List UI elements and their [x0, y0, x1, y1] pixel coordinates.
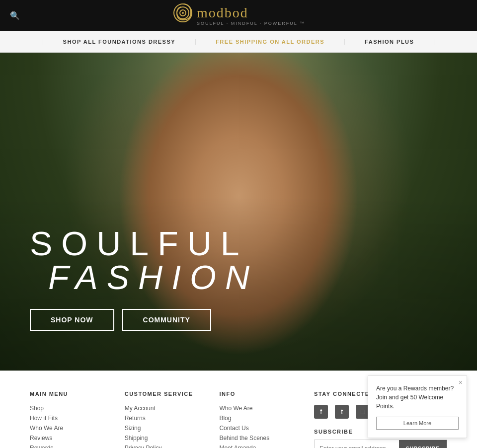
- subscribe-form: SUBSCRIBE: [314, 440, 447, 448]
- footer-customer-service-title: CUSTOMER SERVICE: [125, 391, 220, 397]
- footer-info: INFO Who We Are Blog Contact Us Behind t…: [219, 391, 314, 448]
- footer-link-reviews[interactable]: Reviews: [30, 435, 125, 442]
- footer-link-who-we-are-info[interactable]: Who We Are: [219, 405, 314, 412]
- footer-link-shop[interactable]: Shop: [30, 405, 125, 412]
- hero-title-part2: FASHION: [48, 258, 258, 296]
- subscribe-email-input[interactable]: [315, 440, 399, 448]
- footer-link-how-it-fits[interactable]: How it Fits: [30, 415, 125, 422]
- footer-main-menu: MAIN MENU Shop How it Fits Who We Are Re…: [30, 391, 125, 448]
- rewards-text: Are you a Rewards member? Join and get 5…: [376, 384, 459, 411]
- logo-brand-text: modbod: [197, 5, 305, 21]
- nav-item-fashion-plus[interactable]: FASHION PLUS: [345, 39, 434, 45]
- community-button[interactable]: Community: [122, 309, 211, 331]
- nav-item-foundations[interactable]: SHOP ALL FOUNDATIONS DRESSY: [43, 39, 196, 45]
- shop-now-button[interactable]: Shop Now: [30, 309, 114, 331]
- learn-more-button[interactable]: Learn More: [376, 417, 459, 430]
- search-icon[interactable]: 🔍: [10, 11, 20, 20]
- hero-section: SOULFUL FASHION Shop Now Community: [0, 53, 477, 371]
- twitter-icon[interactable]: t: [335, 405, 349, 419]
- logo-spiral-icon: [172, 2, 194, 29]
- navbar: SHOP ALL FOUNDATIONS DRESSY FREE SHIPPIN…: [0, 31, 477, 53]
- footer-link-blog[interactable]: Blog: [219, 415, 314, 422]
- header: 🔍 modbod SOULFUL · MINDFUL · POWERFUL ™: [0, 0, 477, 31]
- footer-link-shipping[interactable]: Shipping: [125, 435, 220, 442]
- footer-link-sizing[interactable]: Sizing: [125, 425, 220, 432]
- hero-title-part1: SOULFUL: [30, 224, 247, 262]
- facebook-icon[interactable]: f: [314, 405, 328, 419]
- nav-item-shipping[interactable]: FREE SHIPPING ON ALL ORDERS: [196, 39, 345, 45]
- logo: modbod SOULFUL · MINDFUL · POWERFUL ™: [172, 2, 305, 29]
- footer-info-title: INFO: [219, 391, 314, 397]
- rewards-popup: × Are you a Rewards member? Join and get…: [368, 375, 467, 438]
- hero-overlay: SOULFUL FASHION Shop Now Community: [0, 197, 477, 371]
- footer-link-privacy[interactable]: Privacy Policy: [125, 445, 220, 448]
- svg-point-3: [182, 12, 184, 14]
- logo-tagline-text: SOULFUL · MINDFUL · POWERFUL ™: [197, 21, 305, 26]
- footer-link-meet-amanda[interactable]: Meet Amanda: [219, 445, 314, 448]
- footer-link-rewards[interactable]: Rewards: [30, 445, 125, 448]
- hero-buttons: Shop Now Community: [30, 309, 447, 331]
- footer-link-behind-scenes[interactable]: Behind the Scenes: [219, 435, 314, 442]
- subscribe-button[interactable]: SUBSCRIBE: [399, 440, 447, 448]
- footer-link-my-account[interactable]: My Account: [125, 405, 220, 412]
- hero-title: SOULFUL FASHION: [30, 226, 447, 294]
- footer-customer-service: CUSTOMER SERVICE My Account Returns Sizi…: [125, 391, 220, 448]
- footer-link-who-we-are[interactable]: Who We Are: [30, 425, 125, 432]
- footer-link-contact[interactable]: Contact Us: [219, 425, 314, 432]
- footer-link-returns[interactable]: Returns: [125, 415, 220, 422]
- rewards-close-button[interactable]: ×: [459, 379, 463, 386]
- footer-main-menu-title: MAIN MENU: [30, 391, 125, 397]
- logo-text-group: modbod SOULFUL · MINDFUL · POWERFUL ™: [197, 5, 305, 26]
